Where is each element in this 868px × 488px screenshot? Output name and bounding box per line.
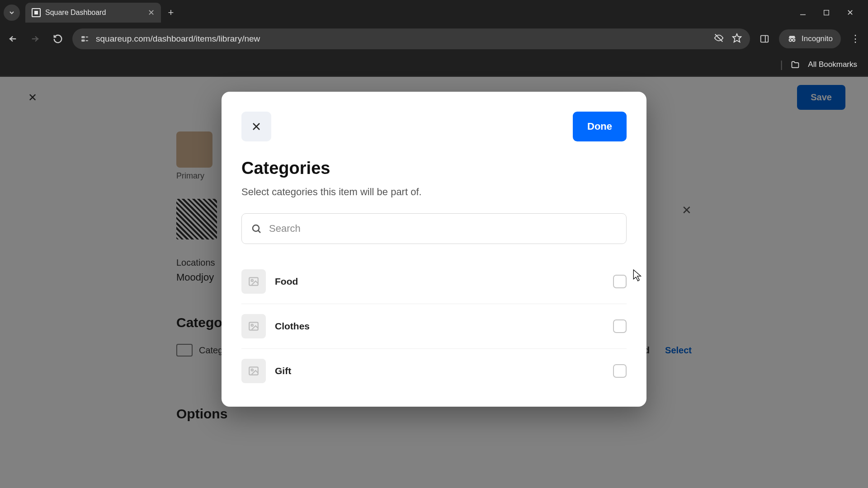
svg-rect-10 [761,36,769,42]
side-panel-button[interactable] [756,31,773,47]
category-thumb-placeholder [241,269,266,294]
svg-point-23 [251,369,253,371]
forward-button[interactable] [27,31,43,47]
minimize-button[interactable] [797,7,808,18]
tab-search-button[interactable] [4,5,20,21]
category-thumb-placeholder [241,314,266,338]
tracking-off-icon[interactable] [714,33,724,45]
maximize-button[interactable] [821,7,832,18]
tab-favicon-icon [32,8,41,17]
category-thumb-placeholder [241,359,266,383]
incognito-badge[interactable]: Incognito [779,29,841,48]
svg-point-16 [253,225,259,231]
folder-icon [791,60,800,69]
tab-close-button[interactable]: ✕ [148,8,155,18]
window-controls: ✕ [797,7,864,18]
tab-title: Square Dashboard [45,9,143,17]
svg-marker-9 [733,33,741,42]
close-icon [251,121,262,132]
chevron-down-icon [8,9,15,16]
image-icon [248,276,259,287]
modal-subtitle: Select categories this item will be part… [241,186,627,198]
bookmarks-bar: | All Bookmarks [0,53,868,76]
category-name: Gift [275,366,604,376]
tab-bar: Square Dashboard ✕ + ✕ [0,0,868,25]
modal-header: Done [241,112,627,141]
svg-point-12 [789,39,792,42]
search-input[interactable] [269,223,617,235]
svg-point-13 [793,39,795,42]
modal-title: Categories [241,159,627,178]
category-name: Clothes [275,321,604,332]
search-field-wrap[interactable] [241,213,627,244]
bookmark-star-icon[interactable] [732,33,742,45]
modal-close-button[interactable] [241,112,271,141]
browser-menu-button[interactable]: ⋮ [847,31,863,47]
reload-button[interactable] [50,31,66,47]
site-settings-icon[interactable] [80,34,90,43]
new-tab-button[interactable]: + [163,5,179,21]
url-field[interactable]: squareup.com/dashboard/items/library/new [72,28,750,49]
back-button[interactable] [5,31,21,47]
category-checkbox[interactable] [613,319,627,333]
search-icon [251,223,262,234]
svg-rect-5 [82,40,84,42]
image-icon [248,320,259,332]
svg-rect-1 [824,10,829,15]
category-item[interactable]: Clothes [241,304,627,349]
url-text: squareup.com/dashboard/items/library/new [96,34,708,44]
done-button[interactable]: Done [573,112,627,141]
divider: | [780,59,783,70]
category-item[interactable]: Food [241,259,627,304]
svg-point-19 [251,280,253,282]
incognito-icon [787,34,797,44]
incognito-label: Incognito [802,34,833,43]
category-checkbox[interactable] [613,275,627,288]
browser-tab[interactable]: Square Dashboard ✕ [25,3,161,23]
categories-modal: Done Categories Select categories this i… [222,92,646,407]
browser-chrome: Square Dashboard ✕ + ✕ squareup.com/dash… [0,0,868,77]
category-list: Food Clothes Gift [241,259,627,393]
category-name: Food [275,276,604,287]
image-icon [248,365,259,377]
url-actions [714,33,742,45]
svg-rect-4 [82,37,84,38]
all-bookmarks-link[interactable]: All Bookmarks [808,60,857,69]
address-bar: squareup.com/dashboard/items/library/new… [0,25,868,53]
close-window-button[interactable]: ✕ [844,7,855,18]
svg-line-17 [259,231,261,233]
svg-point-21 [251,324,253,326]
category-item[interactable]: Gift [241,349,627,393]
category-checkbox[interactable] [613,364,627,378]
